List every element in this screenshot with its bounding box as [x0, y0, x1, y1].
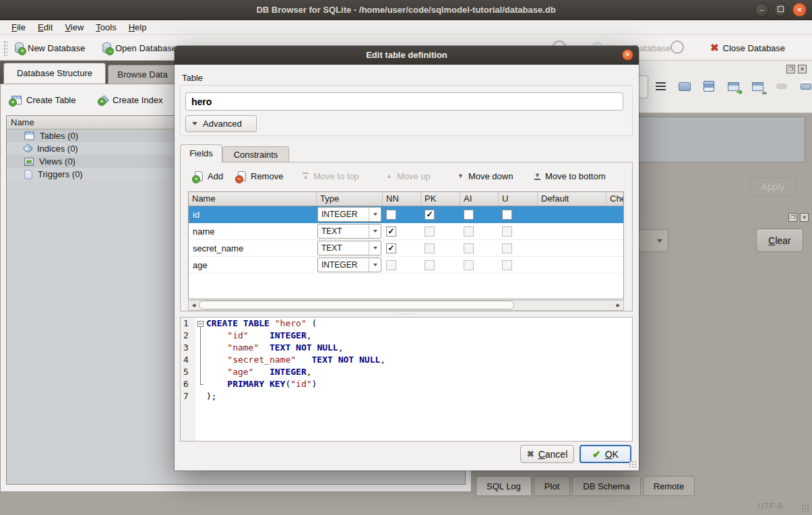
checkbox-unchecked[interactable] — [502, 226, 512, 237]
checkbox-unchecked[interactable] — [425, 226, 435, 237]
check-cell[interactable] — [606, 206, 624, 222]
menu-item-help[interactable]: Help — [123, 21, 153, 34]
open-database-button[interactable]: → Open Database — [100, 38, 179, 57]
column-header-name[interactable]: Name — [189, 192, 317, 206]
chevron-down-icon[interactable] — [369, 258, 381, 272]
move-up-field-button[interactable]: ▲Move up — [386, 168, 431, 184]
close-database-button[interactable]: ✖ Close Database — [708, 38, 788, 57]
tab-browse-data[interactable]: Browse Data — [108, 65, 177, 84]
advanced-button[interactable]: Advanced — [185, 115, 257, 132]
bottom-tab-plot[interactable]: Plot — [534, 476, 570, 496]
dialog-close-icon[interactable]: ✕ — [622, 49, 633, 61]
open-file-icon[interactable] — [677, 78, 693, 94]
default-cell[interactable] — [538, 240, 606, 256]
bottom-tab-sql-log[interactable]: SQL Log — [476, 476, 532, 496]
field-row-name[interactable]: nameTEXT✓ — [189, 223, 623, 240]
chevron-down-icon[interactable] — [369, 241, 381, 255]
checkbox-unchecked[interactable] — [464, 260, 474, 270]
apply-button[interactable]: Apply — [749, 177, 797, 196]
column-header-default[interactable]: Default — [538, 192, 606, 206]
default-cell[interactable] — [538, 257, 606, 273]
scroll-left-icon[interactable]: ◀ — [189, 301, 199, 310]
dock-close-icon[interactable]: ✕ — [798, 65, 807, 73]
checkbox-unchecked[interactable] — [502, 260, 512, 270]
checkbox-unchecked[interactable] — [386, 210, 396, 220]
type-combobox[interactable]: INTEGER — [317, 258, 381, 272]
checkbox-checked[interactable]: ✓ — [386, 243, 396, 253]
column-header-check[interactable]: Check — [606, 192, 624, 206]
check-cell[interactable] — [606, 257, 624, 273]
horizontal-scrollbar[interactable]: ◀ ▶ — [188, 300, 624, 311]
checkbox-unchecked[interactable] — [386, 260, 396, 270]
close-icon[interactable]: ✕ — [792, 3, 807, 17]
checkbox-checked[interactable]: ✓ — [386, 226, 396, 237]
scroll-track[interactable] — [199, 301, 613, 310]
chevron-down-icon[interactable] — [369, 208, 381, 221]
menu-item-tools[interactable]: Tools — [90, 21, 122, 34]
add-field-button[interactable]: +Add — [195, 168, 223, 184]
checkbox-unchecked[interactable] — [464, 226, 474, 237]
ok-button[interactable]: ✔ OK — [580, 445, 631, 463]
column-header-nn[interactable]: NN — [383, 192, 421, 206]
sql-log-float-icon[interactable]: ❐ — [788, 213, 797, 222]
checkbox-unchecked[interactable] — [464, 210, 474, 220]
field-name-cell[interactable]: secret_name — [189, 240, 317, 256]
checkbox-unchecked[interactable] — [425, 243, 435, 253]
save-icon[interactable] — [701, 78, 717, 94]
table-name-input[interactable] — [185, 92, 623, 111]
menu-item-file[interactable]: File — [5, 21, 32, 34]
bottom-tab-remote[interactable]: Remote — [643, 476, 695, 496]
fold-collapse-icon[interactable]: − — [197, 321, 204, 327]
check-cell[interactable] — [606, 223, 624, 239]
tab-constraints[interactable]: Constraints — [222, 146, 289, 162]
default-cell[interactable] — [538, 223, 606, 239]
export-icon[interactable]: ➔ — [725, 78, 741, 94]
field-name-cell[interactable]: id — [189, 206, 317, 222]
field-row-id[interactable]: idINTEGER✓ — [189, 206, 623, 223]
word-wrap-icon[interactable] — [652, 78, 668, 94]
toolbar-drag-handle[interactable] — [3, 40, 7, 56]
checkbox-unchecked[interactable] — [502, 210, 512, 220]
menu-item-edit[interactable]: Edit — [32, 21, 59, 34]
dialog-resize-grip[interactable] — [629, 460, 637, 468]
sql-log-close-icon[interactable]: ✕ — [800, 213, 809, 222]
bottom-tab-db-schema[interactable]: DB Schema — [572, 476, 640, 496]
move-top-field-button[interactable]: ▲Move to top — [303, 168, 359, 184]
type-combobox[interactable]: INTEGER — [317, 207, 381, 222]
tab-database-structure[interactable]: Database Structure — [3, 63, 106, 84]
create-table-button[interactable]: + Create Table — [9, 91, 78, 109]
type-combobox[interactable]: TEXT — [317, 224, 381, 239]
dock-float-icon[interactable]: ❐ — [786, 65, 795, 73]
move-down-field-button[interactable]: ▼Move down — [458, 168, 513, 184]
clear-button[interactable]: Clear — [756, 229, 803, 252]
remove-field-button[interactable]: −Remove — [238, 168, 283, 184]
scroll-right-icon[interactable]: ▶ — [613, 301, 623, 310]
check-cell[interactable] — [606, 240, 624, 256]
move-bottom-field-button[interactable]: ▼Move to bottom — [534, 168, 606, 184]
minimize-icon[interactable]: – — [755, 3, 769, 17]
type-combobox[interactable]: TEXT — [317, 241, 381, 255]
checkbox-unchecked[interactable] — [464, 243, 474, 253]
print-icon[interactable] — [798, 78, 812, 94]
maximize-icon[interactable] — [774, 3, 788, 17]
cancel-button[interactable]: ✖ Cancel — [520, 445, 574, 463]
checkbox-unchecked[interactable] — [502, 243, 512, 253]
column-header-u[interactable]: U — [499, 192, 538, 206]
field-name-cell[interactable]: name — [189, 223, 317, 239]
tab-fields[interactable]: Fields — [180, 144, 222, 162]
new-database-button[interactable]: + New Database — [12, 38, 88, 57]
set-null-icon[interactable] — [774, 78, 790, 94]
scroll-thumb[interactable] — [199, 301, 514, 309]
checkbox-unchecked[interactable] — [425, 260, 435, 270]
column-header-ai[interactable]: AI — [460, 192, 499, 206]
checkbox-checked[interactable]: ✓ — [425, 210, 435, 220]
cell-editor-textarea[interactable] — [637, 117, 805, 162]
field-row-age[interactable]: ageINTEGER — [189, 257, 623, 274]
field-name-cell[interactable]: age — [189, 257, 317, 273]
default-cell[interactable] — [538, 206, 606, 222]
field-row-secret_name[interactable]: secret_nameTEXT✓ — [189, 240, 623, 257]
menu-item-view[interactable]: View — [59, 21, 90, 34]
create-index-button[interactable]: + Create Index — [98, 91, 165, 109]
window-resize-grip[interactable] — [801, 504, 809, 512]
column-header-pk[interactable]: PK — [421, 192, 460, 206]
